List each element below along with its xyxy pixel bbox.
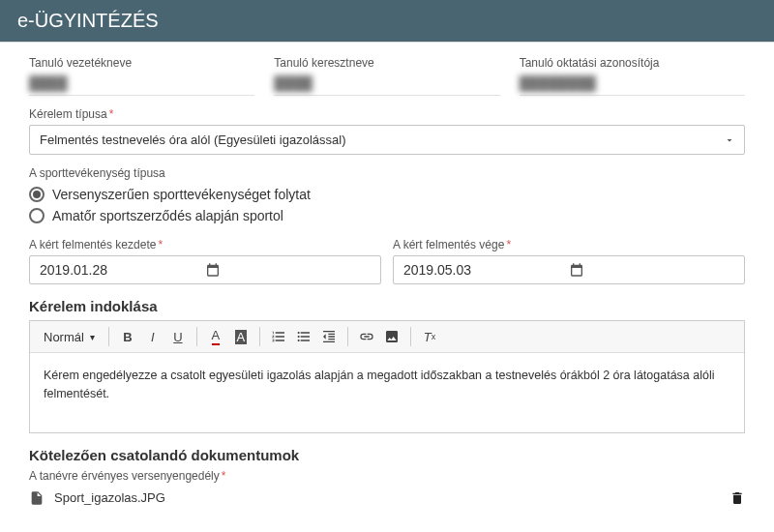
radio-competitive-label: Versenyszerűen sporttevékenységet folyta… [52, 187, 311, 202]
radio-amateur-label: Amatőr sportszerződés alapján sportol [52, 208, 283, 223]
file-icon [29, 490, 45, 506]
attachment-filename[interactable]: Sport_igazolas.JPG [54, 490, 720, 505]
end-date-label: A kért felmentés vége* [393, 238, 745, 251]
app-header: e-ÜGYINTÉZÉS [0, 0, 774, 42]
attachments-title: Kötelezően csatolandó dokumentumok [29, 447, 745, 463]
calendar-icon [205, 262, 371, 278]
start-date-label: A kért felmentés kezdete* [29, 238, 381, 251]
bold-button[interactable]: B [117, 325, 138, 348]
justification-title: Kérelem indoklása [29, 298, 745, 314]
unordered-list-button[interactable] [293, 325, 314, 348]
attachment-row: Sport_igazolas.JPG [29, 487, 745, 510]
ordered-list-button[interactable] [268, 325, 289, 348]
sport-activity-label: A sporttevékenység típusa [29, 166, 745, 180]
sort-icon: ▾ [90, 332, 95, 342]
start-date-value: 2019.01.28 [40, 262, 205, 278]
lastname-label: Tanuló vezetékneve [29, 56, 254, 70]
student-row: Tanuló vezetékneve ████ Tanuló keresztne… [29, 56, 745, 96]
outdent-button[interactable] [318, 325, 340, 348]
attachment-field-label: A tanévre érvényes versenyengedély* [29, 469, 745, 483]
lastname-value: ████ [29, 75, 68, 91]
editor-content[interactable]: Kérem engedélyezze a csatolt egyesületi … [30, 353, 744, 432]
request-type-value[interactable]: Felmentés testnevelés óra alól (Egyesüle… [29, 125, 745, 155]
end-date-input[interactable]: 2019.05.03 [393, 255, 745, 284]
delete-attachment-button[interactable] [729, 490, 745, 506]
eduid-label: Tanuló oktatási azonosítója [520, 56, 745, 70]
firstname-label: Tanuló keresztneve [274, 56, 499, 70]
radio-amateur[interactable]: Amatőr sportszerződés alapján sportol [29, 205, 745, 226]
calendar-icon [569, 262, 734, 278]
editor-toolbar: Normál ▾ B I U A A [30, 321, 744, 353]
link-button[interactable] [356, 325, 377, 348]
highlight-button[interactable]: A [230, 325, 252, 348]
clear-format-button[interactable]: Tx [419, 325, 440, 348]
firstname-value: ████ [274, 75, 313, 91]
radio-dot-icon [29, 187, 45, 202]
image-button[interactable] [381, 325, 402, 348]
request-type-label: Kérelem típusa* [29, 107, 745, 121]
text-color-button[interactable]: A [205, 325, 226, 348]
format-dropdown[interactable]: Normál ▾ [38, 330, 101, 344]
eduid-value: ████████ [520, 75, 596, 91]
end-date-value: 2019.05.03 [403, 262, 569, 278]
italic-button[interactable]: I [142, 325, 164, 348]
form-body: Tanuló vezetékneve ████ Tanuló keresztne… [0, 42, 774, 510]
rich-text-editor: Normál ▾ B I U A A [29, 320, 745, 433]
request-type-select[interactable]: Felmentés testnevelés óra alól (Egyesüle… [29, 125, 745, 155]
underline-button[interactable]: U [167, 325, 189, 348]
radio-circle-icon [29, 208, 45, 223]
start-date-input[interactable]: 2019.01.28 [29, 255, 381, 284]
app-title: e-ÜGYINTÉZÉS [17, 10, 159, 31]
radio-competitive[interactable]: Versenyszerűen sporttevékenységet folyta… [29, 184, 745, 205]
